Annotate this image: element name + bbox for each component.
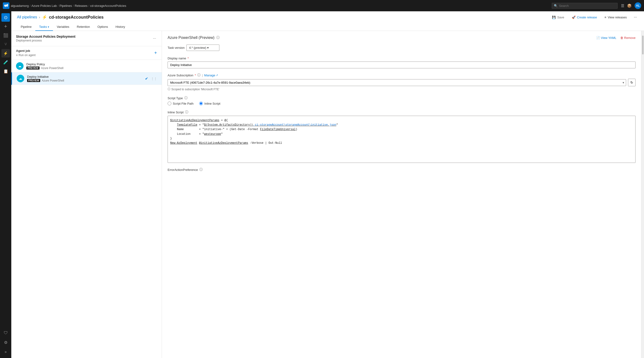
agent-job: Agent job ≡ Run on agent +: [11, 46, 162, 60]
more-button[interactable]: ···: [632, 14, 638, 20]
breadcrumb-pipelines[interactable]: Pipelines: [60, 4, 72, 8]
task-drag-handle[interactable]: ⋮⋮: [151, 77, 157, 80]
deployment-subtitle: Deployment process: [16, 39, 75, 42]
search-icon: 🔍: [554, 4, 558, 8]
task-check-icon: ✔: [145, 76, 148, 81]
logo[interactable]: [3, 2, 10, 9]
left-panel: Storage Account Policies Deployment Depl…: [11, 31, 162, 358]
script-type-info-icon[interactable]: ⓘ: [184, 96, 188, 100]
tab-tasks[interactable]: Tasks ▾: [35, 23, 53, 31]
sidebar-item-boards[interactable]: ⬛: [2, 31, 10, 40]
sidebar-item-pipelines[interactable]: ⚡: [2, 49, 10, 58]
external-link-icon: ↗: [216, 74, 218, 77]
main-content: All pipelines › ⚡ cd-storageAccountPolic…: [11, 11, 644, 358]
breadcrumb-chevron: ›: [39, 15, 40, 19]
create-release-button[interactable]: 🚀 Create release: [570, 15, 599, 20]
sidebar-item-artifacts[interactable]: 📋: [2, 67, 10, 75]
sidebar-item-home[interactable]: ⊙: [2, 13, 10, 22]
sidebar: ⊙ + ⬛ ⑂ ⚡ 🧪 📋 🛡 ⚙ »: [0, 11, 11, 358]
tab-pipeline[interactable]: Pipeline: [17, 23, 35, 31]
task-config-header: Azure PowerShell (Preview) ⓘ 📄 View YAML…: [168, 36, 636, 40]
sidebar-item-testplans[interactable]: 🧪: [2, 58, 10, 66]
list-icon[interactable]: ☰: [621, 4, 624, 8]
agent-job-title: Agent job: [16, 49, 36, 53]
split-layout: Storage Account Policies Deployment Depl…: [11, 31, 644, 358]
inline-script-info-icon[interactable]: ⓘ: [185, 110, 188, 114]
sidebar-item-settings[interactable]: ⚙: [2, 338, 10, 347]
subscription-info-icon[interactable]: ⓘ: [197, 73, 200, 77]
search-box[interactable]: 🔍: [552, 3, 618, 9]
task-config-actions: 📄 View YAML 🗑 Remove: [596, 36, 636, 40]
page-title: cd-storageAccountPolicies: [49, 15, 104, 20]
deployment-title: Storage Account Policies Deployment: [16, 35, 75, 38]
scrollbar-thumb[interactable]: [642, 36, 644, 54]
tabs: Pipeline Tasks ▾ Variables Retention Opt…: [17, 23, 638, 31]
error-action-info-icon[interactable]: ⓘ: [199, 167, 203, 172]
add-task-button[interactable]: +: [154, 50, 157, 56]
page-title-left: All pipelines › ⚡ cd-storageAccountPolic…: [17, 15, 104, 20]
tab-history[interactable]: History: [112, 23, 129, 31]
manage-link[interactable]: Manage ↗: [204, 74, 218, 77]
task-version-label: Task version: [168, 46, 184, 50]
inline-script-option[interactable]: Inline Script: [199, 102, 220, 105]
info-circle-icon: ⓘ: [168, 87, 170, 91]
task-config-title: Azure PowerShell (Preview) ⓘ: [168, 36, 220, 40]
save-button[interactable]: 💾 Save: [550, 15, 566, 20]
all-pipelines-link[interactable]: All pipelines: [17, 15, 37, 19]
error-action-label: ErrorActionPreference ⓘ: [168, 167, 636, 172]
azure-subscription-label: Azure Subscription * ⓘ | Manage ↗: [168, 73, 636, 77]
breadcrumb-pipeline-name[interactable]: cd-storageAccountPolicies: [90, 4, 126, 8]
deployment-more-button[interactable]: ···: [152, 35, 157, 42]
page-actions: 💾 Save 🚀 Create release ≡ View releases …: [550, 14, 638, 20]
breadcrumb-project[interactable]: Azure Policies Lab: [32, 4, 57, 8]
deploy-initiative-icon: ☁: [17, 75, 24, 82]
sidebar-bottom: 🛡 ⚙ »: [2, 329, 10, 358]
task-item-deploy-initiative[interactable]: ☁ Deploy Initiative PREVIEW Azure PowerS…: [11, 72, 162, 85]
display-name-input[interactable]: [168, 62, 636, 68]
avatar[interactable]: AL: [634, 2, 641, 9]
rocket-icon: 🚀: [572, 16, 576, 19]
task-badges-deploy-initiative: PREVIEW Azure PowerShell: [27, 79, 142, 82]
azure-subscription-group: Azure Subscription * ⓘ | Manage ↗ Micros…: [168, 73, 636, 91]
sidebar-item-repos[interactable]: ⑂: [2, 40, 10, 49]
topbar-icons: ☰ 📦 AL: [621, 2, 641, 9]
scoped-info: ⓘ Scoped to subscription 'Microsoft FTE': [168, 87, 636, 91]
page-header: All pipelines › ⚡ cd-storageAccountPolic…: [11, 11, 644, 31]
task-version-select[interactable]: 4.* (preview) ▾: [186, 45, 219, 51]
sidebar-item-collapse[interactable]: »: [2, 348, 10, 356]
sidebar-item-extensions[interactable]: 🛡: [2, 329, 10, 337]
subscription-select-wrapper: Microsoft FTE (40671de7-26c1-4a7e-8591-9…: [168, 79, 626, 86]
tab-options[interactable]: Options: [94, 23, 112, 31]
script-file-path-option[interactable]: Script File Path: [168, 102, 194, 105]
error-action-group: ErrorActionPreference ⓘ: [168, 167, 636, 172]
refresh-button[interactable]: ↻: [628, 79, 636, 86]
display-name-required: *: [188, 57, 189, 60]
yaml-icon: 📄: [596, 36, 600, 40]
inline-script-group: Inline Script ⓘ $initiativeAzDeploymentP…: [168, 110, 636, 163]
search-input[interactable]: [559, 4, 616, 8]
breadcrumb-releases[interactable]: Releases: [74, 4, 87, 8]
package-icon[interactable]: 📦: [627, 4, 632, 8]
inline-script-radio[interactable]: [199, 102, 203, 105]
breadcrumb-org[interactable]: alguadamorg: [11, 4, 29, 8]
script-type-radio-group: Script File Path Inline Script: [168, 102, 636, 105]
tab-retention[interactable]: Retention: [73, 23, 94, 31]
subscription-select[interactable]: Microsoft FTE (40671de7-26c1-4a7e-8591-9…: [168, 79, 626, 86]
title-info-icon[interactable]: ⓘ: [216, 36, 220, 40]
inline-script-editor[interactable]: $initiativeAzDeploymentParams = @{ Templ…: [168, 116, 636, 163]
task-info-deploy-policy: Deploy Policy PREVIEW Azure PowerShell: [26, 62, 157, 70]
subscription-row: Microsoft FTE (40671de7-26c1-4a7e-8591-9…: [168, 79, 636, 86]
list-icon-sm: ≡: [604, 16, 606, 19]
view-yaml-button[interactable]: 📄 View YAML: [596, 36, 616, 40]
script-file-path-radio[interactable]: [168, 102, 171, 105]
tab-variables[interactable]: Variables: [53, 23, 73, 31]
refresh-icon: ↻: [630, 81, 633, 84]
vertical-scrollbar[interactable]: [641, 31, 644, 358]
sidebar-item-new[interactable]: +: [2, 22, 10, 31]
task-item-deploy-policy[interactable]: ☁ Deploy Policy PREVIEW Azure PowerShell: [11, 60, 162, 72]
breadcrumb: alguadamorg / Azure Policies Lab / Pipel…: [11, 4, 550, 8]
view-releases-button[interactable]: ≡ View releases: [602, 15, 628, 20]
display-name-label: Display name *: [168, 57, 636, 60]
remove-button[interactable]: 🗑 Remove: [620, 36, 636, 40]
agent-job-subtitle: ≡ Run on agent: [16, 54, 36, 57]
